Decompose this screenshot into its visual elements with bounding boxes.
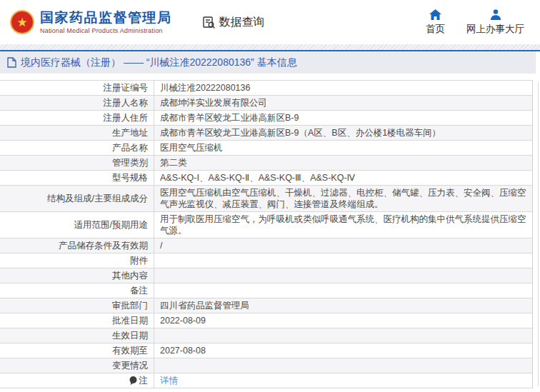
table-row: 审批部门四川省药品监督管理局 xyxy=(0,298,532,313)
row-value: 成都市青羊区蛟龙工业港高新区B-9（A区、B区、办公楼1楼电器车间） xyxy=(154,126,532,140)
row-label: 产品储存条件及有效期 xyxy=(0,238,154,253)
top-nav: 首页 网上办事大厅 xyxy=(426,9,524,36)
table-row: 注册人住所成都市青羊区蛟龙工业港高新区B-9 xyxy=(0,111,532,126)
row-label: 生产地址 xyxy=(0,126,154,140)
row-value: 第二类 xyxy=(154,156,532,170)
row-label: 其他内容 xyxy=(0,268,154,283)
nav-online-hall-label: 网上办事大厅 xyxy=(466,23,524,36)
note-label: 注 xyxy=(139,375,149,386)
right-edge-line xyxy=(538,82,539,386)
row-label: 批准日期 xyxy=(0,313,154,328)
registration-detail-table: 注册证编号川械注准20222080136 注册人名称成都坤洋实业发展有限公司 注… xyxy=(0,80,533,388)
row-label: 备注 xyxy=(0,283,154,298)
row-value xyxy=(154,358,532,373)
data-query-section[interactable]: 数据查询 xyxy=(202,15,265,30)
nav-online-hall[interactable]: 网上办事大厅 xyxy=(466,9,524,36)
row-label: 审批部门 xyxy=(0,298,154,313)
row-label: 管理类别 xyxy=(0,156,154,170)
row-label: 注册人住所 xyxy=(0,111,154,125)
row-value: 2027-08-08 xyxy=(154,343,532,358)
table-row-note: 注 详情 xyxy=(0,373,532,388)
breadcrumb: 境内医疗器械（注册） —— “川械注准20222080136” 基本信息 xyxy=(0,51,536,74)
row-value: 2022-08-09 xyxy=(154,313,532,328)
person-icon xyxy=(490,9,501,20)
row-value: 医用空气压缩机 xyxy=(154,141,532,155)
site-subtitle: National Medical Products Administration xyxy=(40,27,172,34)
breadcrumb-text: 境内医疗器械（注册） —— “川械注准20222080136” 基本信息 xyxy=(21,56,297,69)
row-value: 用于制取医用压缩空气，为呼吸机或类似呼吸通气系统、医疗机构的集中供气系统提供压缩… xyxy=(154,212,532,238)
table-row: 生效日期 xyxy=(0,328,532,343)
row-value xyxy=(154,328,532,343)
page-icon xyxy=(7,57,16,68)
table-row: 型号规格A&S-KQ-Ⅰ、A&S-KQ-Ⅱ、A&S-KQ-Ⅲ、A&S-KQ-Ⅳ xyxy=(0,171,532,186)
site-title-block: 国家药品监督管理局 National Medical Products Admi… xyxy=(40,10,172,34)
table-row: 生产地址成都市青羊区蛟龙工业港高新区B-9（A区、B区、办公楼1楼电器车间） xyxy=(0,126,532,141)
row-label: 附件 xyxy=(0,253,154,268)
row-value: 川械注准20222080136 xyxy=(154,81,532,95)
table-row: 产品储存条件及有效期/ xyxy=(0,238,532,253)
row-value xyxy=(154,283,532,298)
row-value: A&S-KQ-Ⅰ、A&S-KQ-Ⅱ、A&S-KQ-Ⅲ、A&S-KQ-Ⅳ xyxy=(154,171,532,185)
row-label: 生效日期 xyxy=(0,328,154,343)
data-query-label: 数据查询 xyxy=(219,15,265,30)
row-label: 结构及组成/主要组成成分 xyxy=(0,186,154,211)
table-row: 批准日期2022-08-09 xyxy=(0,313,532,328)
row-label: 注册人名称 xyxy=(0,96,154,110)
row-label: 产品名称 xyxy=(0,141,154,155)
row-label: 注册证编号 xyxy=(0,81,154,95)
row-value: 成都市青羊区蛟龙工业港高新区B-9 xyxy=(154,111,532,125)
row-value: 成都坤洋实业发展有限公司 xyxy=(154,96,532,110)
table-row: 附件 xyxy=(0,253,532,268)
table-row: 其他内容 xyxy=(0,268,532,283)
row-value: 医用空气压缩机由空气压缩机、干燥机、过滤器、电控柜、储气罐、压力表、安全阀、压缩… xyxy=(154,186,532,211)
table-row: 产品名称医用空气压缩机 xyxy=(0,141,532,156)
row-label: 适用范围/预期用途 xyxy=(0,212,154,238)
row-value xyxy=(154,268,532,283)
table-row: 有效期至2027-08-08 xyxy=(0,343,532,358)
nav-home-label: 首页 xyxy=(426,23,445,36)
document-search-icon xyxy=(202,16,216,29)
table-row: 变更情况 xyxy=(0,358,532,373)
row-label: 有效期至 xyxy=(0,343,154,358)
table-row: 管理类别第二类 xyxy=(0,156,532,171)
header: ★ 国家药品监督管理局 National Medical Products Ad… xyxy=(0,0,540,44)
site-title: 国家药品监督管理局 xyxy=(40,10,172,26)
decorative-hatch-strip xyxy=(0,44,540,50)
table-row: 注册人名称成都坤洋实业发展有限公司 xyxy=(0,96,532,111)
note-detail-link[interactable]: 详情 xyxy=(160,375,178,386)
table-row: 备注 xyxy=(0,283,532,298)
row-label: 变更情况 xyxy=(0,358,154,373)
note-balloon-icon xyxy=(129,376,137,385)
home-icon xyxy=(429,9,441,20)
table-row: 结构及组成/主要组成成分医用空气压缩机由空气压缩机、干燥机、过滤器、电控柜、储气… xyxy=(0,186,532,212)
row-label: 型号规格 xyxy=(0,171,154,185)
row-value: / xyxy=(154,238,532,253)
row-label: 注 xyxy=(0,373,154,388)
national-emblem-icon: ★ xyxy=(10,10,34,34)
row-value xyxy=(154,253,532,268)
table-row: 适用范围/预期用途用于制取医用压缩空气，为呼吸机或类似呼吸通气系统、医疗机构的集… xyxy=(0,212,532,238)
table-row: 注册证编号川械注准20222080136 xyxy=(0,81,532,96)
row-value: 四川省药品监督管理局 xyxy=(154,298,532,313)
row-value: 详情 xyxy=(154,373,532,388)
nav-home[interactable]: 首页 xyxy=(426,9,445,36)
